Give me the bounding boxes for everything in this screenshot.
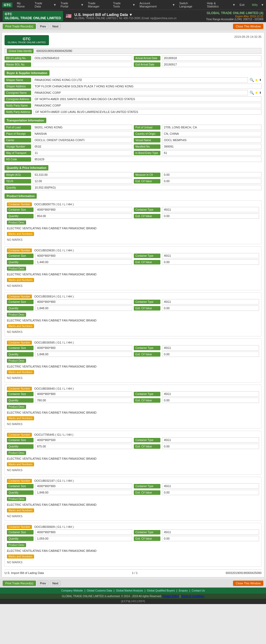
product-desc-value-7: ELECTRIC VENTILATING FAN CABINET FAN PAN…: [7, 549, 259, 553]
consignee-address-label: Consignee Address: [5, 97, 31, 101]
country-origin-label: Country of Origin: [134, 132, 160, 136]
container-type-label-1: Container Type: [134, 254, 160, 258]
site-footer: Company Website | Global Customs Data | …: [0, 588, 266, 594]
voyage-row: Voyage Number 051E Manifest No. 390091: [5, 144, 261, 149]
footer-company-website[interactable]: Company Website: [61, 589, 83, 592]
container-number-value-3: OOCUB030595 ( G1 / L / HH ): [34, 341, 74, 344]
upload-icon[interactable]: ⬆: [259, 78, 261, 82]
privacy-policy-link[interactable]: Privacy Policy: [163, 595, 179, 598]
container-type-value-6: 45G1: [162, 483, 259, 489]
container-qty-row-3: Quantity 1,848.00 Estl. Cif Value 0.00: [7, 352, 259, 357]
print-records-button[interactable]: Print Trade Record(s): [3, 24, 36, 29]
hs-code-row: HS Code 851629: [5, 157, 261, 162]
container-type-label-7: Container Type: [134, 530, 160, 535]
doc-logo: GTC GLOBAL TRADE ONLINE LIMITED: [5, 35, 49, 45]
container-cif-value-7: 0.00: [162, 536, 259, 541]
terms-link[interactable]: Terms & Conditions: [181, 595, 204, 598]
quantity-row: Quantity 10,552.00(PKG): [5, 185, 261, 190]
nav-logo: GTC: [2, 2, 13, 7]
estl-arrival-label: Estl Arrival Date: [134, 62, 160, 67]
container-cif-label-5: Estl. Cif Value: [134, 444, 160, 449]
product-info-section: Product Information Container Number OOC…: [5, 191, 261, 567]
container-size-label-4: Container Size: [7, 392, 34, 396]
product-desc-value-3: ELECTRIC VENTILATING FAN CABINET FAN PAN…: [7, 364, 259, 369]
master-bol-value: [33, 62, 132, 67]
next-button-bottom[interactable]: Next: [50, 581, 61, 586]
nav-account-mgmt[interactable]: Account Management: [139, 1, 169, 9]
hs-code-label: HS Code: [5, 157, 31, 162]
container-cif-label-0: Estl. Cif Value: [134, 214, 160, 218]
close-window-button-top[interactable]: Close This Window: [233, 24, 263, 29]
footer-market-analysis[interactable]: Global Market Analysis: [116, 589, 143, 592]
transport-row: Way of Transport 11 In Bond Entry Type 6…: [5, 150, 261, 156]
star-icon[interactable]: ★: [255, 78, 258, 82]
consignee-upload-icon[interactable]: ⬆: [259, 91, 261, 95]
nav-help[interactable]: Help & Statistics: [206, 1, 229, 9]
port-load-label: Port of Load: [5, 125, 31, 130]
container-item-5: Container Number OOCU7795445 ( G1 / L / …: [5, 431, 261, 475]
consignee-search-icon[interactable]: 🔍: [250, 91, 254, 95]
nav-trade-portal[interactable]: Trade Portal: [60, 1, 78, 9]
container-size-row-1: Container Size 4000*900*800 Container Ty…: [7, 253, 259, 258]
consignee-name-value: PANASONIC CORP: [33, 90, 248, 95]
actual-arrival-value: 20190918: [162, 55, 261, 61]
search-icon[interactable]: 🔍: [250, 78, 254, 82]
quantity-value: 10,552.00(PKG): [33, 185, 261, 190]
teus-row: TEUS 12.00 Estl. Cif Value 0.00: [5, 178, 261, 184]
container-number-tag-6: Container Number: [7, 479, 32, 483]
footer-contact[interactable]: Contact Us: [192, 589, 205, 592]
container-size-label-1: Container Size: [7, 254, 34, 258]
next-button-top[interactable]: Next: [50, 24, 61, 29]
container-qty-label-6: Quantity: [7, 490, 34, 495]
container-cif-value-0: 0.00: [162, 213, 259, 219]
container-type-value-1: 45G1: [162, 253, 259, 258]
container-size-value-4: 4000*900*800: [35, 391, 132, 397]
container-item-1: Container Number OOCUB029630 ( G1 / L / …: [5, 246, 261, 290]
carrier-row: Carrier OOCLU, ORIENT OVERSEAS CONTI Ves…: [5, 137, 261, 143]
icp-bar: 滇ICP备14011309号: [0, 599, 266, 604]
marks-value-7: NO MARKS: [7, 560, 259, 564]
container-size-row-2: Container Size 4000*900*800 Container Ty…: [7, 299, 259, 304]
container-size-value-6: 4000*900*800: [35, 483, 132, 489]
container-qty-label-5: Quantity: [7, 444, 34, 449]
container-qty-row-4: Quantity 780.00 Estl. Cif Value 0.00: [7, 398, 259, 403]
shipper-name-value: PANASONIC HONG KONG CO LTD: [33, 77, 248, 83]
header-bar: GTC GLOBAL TRADE ONLINE LIMITED 🇺🇸 U.S. …: [0, 10, 266, 22]
container-cif-value-2: 0.00: [162, 305, 259, 311]
container-cif-label-6: Estl. Cif Value: [134, 490, 160, 495]
container-number-tag-3: Container Number: [7, 341, 32, 345]
nav-switch-language[interactable]: Switch Language: [178, 1, 203, 9]
nav-trade-data[interactable]: Trade Data: [34, 1, 50, 9]
nav-exit[interactable]: Exit: [239, 3, 246, 7]
container-cif-value-3: 0.00: [162, 352, 259, 357]
consignee-name-label: Consignee Name: [5, 91, 31, 95]
shipper-name-label: Shipper Name: [5, 78, 31, 82]
product-desc-label-6: Product Desc: [7, 497, 26, 501]
voyage-label: Voyage Number: [5, 144, 31, 149]
close-window-button-bottom[interactable]: Close This Window: [233, 581, 263, 586]
footer-enquiry[interactable]: Enquiry: [179, 589, 188, 592]
container-qty-value-0: 854.00: [35, 213, 132, 219]
footer-qualified-buyers[interactable]: Global Qualified Buyers: [147, 589, 175, 592]
print-records-button-bottom[interactable]: Print Trade Record(s): [3, 581, 36, 586]
doc-footer-record-id: 6003201909190000425090: [226, 571, 261, 574]
container-size-row-6: Container Size 4000*900*800 Container Ty…: [7, 483, 259, 489]
footer-customs-data[interactable]: Global Customs Data: [87, 589, 112, 592]
country-origin-value: CN, CHINA: [162, 131, 261, 136]
consignee-icons: 🔍 ★ ⬆: [250, 91, 261, 95]
prev-button-bottom[interactable]: Prev: [38, 581, 48, 586]
container-qty-value-3: 1,848.00: [35, 352, 132, 357]
nav-my-home[interactable]: My Home: [16, 1, 30, 9]
master-bol-label: Master BOL No.: [5, 62, 31, 67]
quantity-label: Quantity: [5, 185, 31, 190]
nav-user[interactable]: Milly: [252, 3, 258, 6]
product-desc-value-0: ELECTRIC VENTILATING FAN CABINET FAN PAN…: [7, 226, 259, 230]
container-qty-label-0: Quantity: [7, 214, 34, 218]
marks-label-3: Marks and Numbers: [7, 370, 34, 374]
nav-trade-manager[interactable]: Trade Manager: [87, 1, 109, 9]
prev-button-top[interactable]: Prev: [38, 24, 48, 29]
container-size-row-3: Container Size 4000*900*800 Container Ty…: [7, 345, 259, 350]
nav-trade-tools[interactable]: Trade Tools: [112, 1, 129, 9]
consignee-star-icon[interactable]: ★: [255, 91, 258, 95]
copyright-bar: GLOBAL TRADE ONLINE LIMITED is authorise…: [0, 594, 266, 599]
